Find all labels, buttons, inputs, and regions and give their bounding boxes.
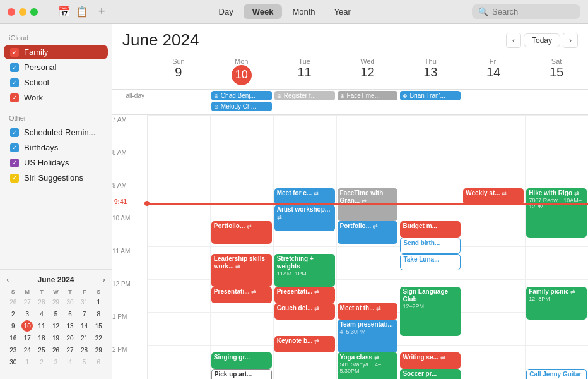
mini-cal-day[interactable]: 19: [50, 332, 61, 344]
today-button[interactable]: Today: [524, 33, 560, 47]
mini-cal-day[interactable]: 25: [36, 344, 47, 356]
mini-cal-day[interactable]: 16: [8, 332, 19, 344]
mini-cal-day[interactable]: 6: [64, 308, 76, 320]
mini-cal-day[interactable]: 18: [36, 332, 47, 344]
event-block[interactable]: Writing se... ⇄: [400, 352, 461, 369]
sidebar-item-family[interactable]: Family: [4, 45, 108, 59]
view-tab-year[interactable]: Year: [326, 4, 360, 19]
event-block[interactable]: Call Jenny Guitar lessons wi...: [526, 369, 587, 379]
mini-cal-day[interactable]: 8: [93, 308, 104, 320]
mini-cal-day[interactable]: 10: [21, 320, 33, 332]
mini-cal-day[interactable]: 1: [93, 296, 104, 308]
mini-cal-day[interactable]: 1: [21, 356, 33, 368]
time-label: 2 PM: [112, 345, 147, 378]
mini-cal-day[interactable]: 17: [21, 332, 33, 344]
event-block[interactable]: Family picnic ⇄12–3PM: [526, 287, 587, 320]
add-event-button[interactable]: +: [98, 5, 105, 18]
event-block[interactable]: Pick up art...: [211, 369, 272, 379]
mini-cal-day[interactable]: 7: [79, 308, 90, 320]
mini-cal-day[interactable]: 4: [64, 356, 76, 368]
event-block[interactable]: Soccer pr...: [400, 369, 461, 379]
event-block[interactable]: Presentati... ⇄: [274, 287, 335, 303]
event-block[interactable]: Singing gr...: [211, 352, 272, 369]
event-block[interactable]: Keynote b... ⇄: [274, 336, 335, 352]
allday-event[interactable]: ⊕FaceTime...: [338, 91, 398, 100]
minimize-button[interactable]: [19, 8, 26, 16]
mini-cal-day[interactable]: 21: [79, 332, 90, 344]
sidebar-item-siri[interactable]: Siri Suggestions: [4, 171, 108, 185]
mini-cal-day[interactable]: 24: [21, 344, 33, 356]
mini-cal-day[interactable]: 5: [79, 356, 90, 368]
close-button[interactable]: [8, 8, 15, 16]
event-block[interactable]: Meet for c... ⇄: [274, 188, 335, 205]
event-block[interactable]: Portfolio... ⇄: [338, 221, 398, 244]
event-block[interactable]: Presentati... ⇄: [211, 287, 272, 303]
mini-cal-day[interactable]: 29: [50, 296, 61, 308]
view-tab-week[interactable]: Week: [244, 4, 283, 19]
mini-cal-day[interactable]: 20: [64, 332, 76, 344]
mini-cal-day[interactable]: 2: [8, 308, 19, 320]
view-tab-day[interactable]: Day: [210, 4, 242, 19]
mini-cal-day[interactable]: 28: [79, 344, 90, 356]
event-block[interactable]: Team presentati...4–5:30PM: [338, 320, 398, 352]
event-block[interactable]: FaceTime with Gran... ⇄: [338, 188, 398, 221]
sidebar-item-birthdays[interactable]: Birthdays: [4, 140, 108, 155]
event-block[interactable]: Yoga class ⇄501 Stanya... 4–5:30PM: [338, 352, 398, 379]
mini-cal-day[interactable]: 27: [64, 344, 76, 356]
view-tab-month[interactable]: Month: [283, 4, 324, 19]
event-block[interactable]: Budget m...: [400, 221, 461, 238]
maximize-button[interactable]: [30, 8, 38, 16]
search-input[interactable]: [492, 7, 574, 16]
mini-cal-day[interactable]: 15: [93, 320, 104, 332]
sidebar-item-work[interactable]: Work: [4, 90, 108, 105]
event-block[interactable]: Leadership skills work... ⇄: [211, 254, 272, 287]
event-block[interactable]: Send birth...: [400, 238, 461, 254]
event-block[interactable]: Couch del... ⇄: [274, 303, 335, 320]
mini-cal-day[interactable]: 12: [50, 320, 61, 332]
mini-cal-next[interactable]: ›: [103, 275, 105, 284]
sync-icon: ⇄: [373, 223, 378, 229]
mini-cal-day[interactable]: 30: [8, 356, 19, 368]
mini-cal-day[interactable]: 31: [79, 296, 90, 308]
event-block[interactable]: Meet at th... ⇄: [338, 303, 398, 320]
event-block[interactable]: Sign Language Club12–2PM: [400, 287, 461, 336]
event-block[interactable]: Take Luna...: [400, 254, 461, 270]
allday-event[interactable]: ⊕Chad Benj...: [211, 91, 272, 100]
mini-cal-day[interactable]: 23: [8, 344, 19, 356]
mini-cal-day[interactable]: 3: [21, 308, 33, 320]
allday-event[interactable]: ⊕Melody Ch...: [211, 102, 272, 111]
event-block[interactable]: Artist workshop... ⇄: [274, 205, 335, 231]
mini-cal-day[interactable]: 29: [93, 344, 104, 356]
mini-cal-day[interactable]: 4: [36, 308, 47, 320]
event-block[interactable]: Stretching + weights11AM–1PM: [274, 254, 335, 287]
mini-cal-day[interactable]: 13: [64, 320, 76, 332]
mini-cal-day[interactable]: 3: [50, 356, 61, 368]
mini-cal-day[interactable]: 9: [8, 320, 19, 332]
sidebar-item-reminders[interactable]: Scheduled Remin...: [4, 125, 108, 140]
event-block[interactable]: Weekly st... ⇄: [463, 188, 524, 205]
allday-event[interactable]: ⊕Register f...: [274, 91, 335, 100]
cal-next-btn[interactable]: ›: [563, 33, 578, 48]
mini-cal-day[interactable]: 26: [50, 344, 61, 356]
mini-cal-day[interactable]: 28: [36, 296, 47, 308]
mini-cal-day[interactable]: 22: [93, 332, 104, 344]
search-box[interactable]: 🔍: [472, 4, 580, 19]
event-block[interactable]: Portfolio... ⇄: [211, 221, 272, 244]
mini-cal-day[interactable]: 2: [36, 356, 47, 368]
mini-cal-day[interactable]: 30: [64, 296, 76, 308]
mini-cal-day[interactable]: 26: [8, 296, 19, 308]
sidebar-item-holidays[interactable]: US Holidays: [4, 155, 108, 170]
mini-cal-day[interactable]: 27: [21, 296, 33, 308]
mini-cal-prev[interactable]: ‹: [6, 275, 9, 284]
mini-cal-day[interactable]: 11: [36, 320, 47, 332]
time-grid[interactable]: 7 AM8 AM9 AM10 AM11 AM12 PM1 PM2 PM3 PM4…: [112, 115, 588, 379]
event-title: Writing se... ⇄: [403, 354, 458, 361]
event-block[interactable]: Hike with Rigo ⇄7867 Redw... 10AM–12PM: [526, 188, 587, 238]
mini-cal-day[interactable]: 6: [93, 356, 104, 368]
sidebar-item-school[interactable]: School: [4, 75, 108, 90]
mini-cal-day[interactable]: 5: [50, 308, 61, 320]
sidebar-item-personal[interactable]: Personal: [4, 60, 108, 75]
allday-event[interactable]: ⊕Brian Tran'...: [400, 91, 461, 100]
cal-prev-btn[interactable]: ‹: [506, 33, 521, 48]
mini-cal-day[interactable]: 14: [79, 320, 90, 332]
